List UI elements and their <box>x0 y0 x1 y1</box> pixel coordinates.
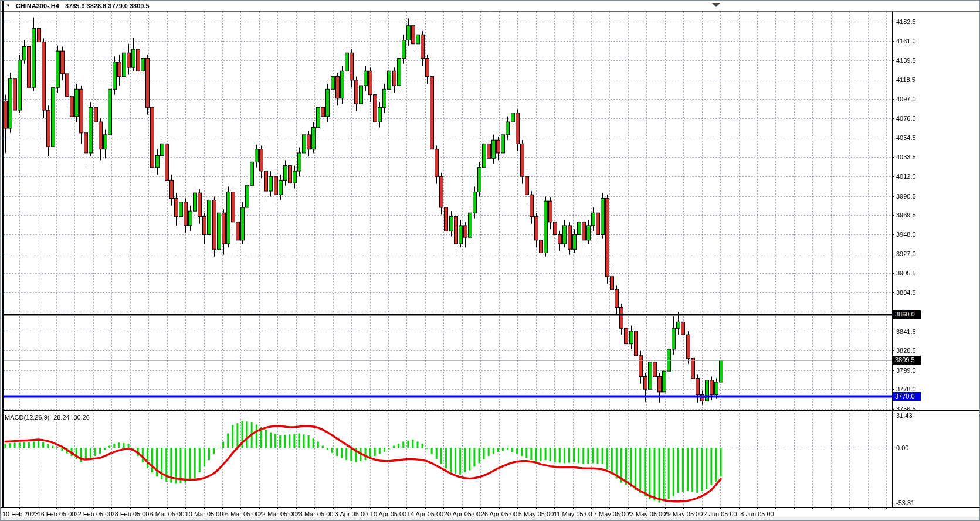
macd-axis-label: -53.31 <box>896 499 914 507</box>
price-axis-label: 3884.5 <box>896 288 916 297</box>
macd-indicator-label: MACD(12,26,9) -28.24 -30.26 <box>5 414 90 421</box>
price-axis-label: 3820.5 <box>896 346 916 355</box>
price-axis-label: 4033.5 <box>896 153 916 161</box>
time-axis-label: 10 Apr 05:00 <box>370 510 406 518</box>
price-tag-support: 3770.0 <box>893 392 921 401</box>
macd-name: MACD(12,26,9) <box>5 414 49 421</box>
price-axis-label: 4097.0 <box>896 95 916 103</box>
time-axis-label: 16 Feb 05:00 <box>38 510 76 518</box>
ohlc-readout: 3785.9 3828.8 3779.0 3809.5 <box>65 2 150 9</box>
macd-axis-label: 31.43 <box>896 411 913 420</box>
price-axis-label: 3799.0 <box>896 366 916 374</box>
time-axis-label: 10 Mar 05:00 <box>185 510 223 518</box>
price-axis-label: 4161.0 <box>896 37 916 45</box>
time-axis-label: 16 Mar 05:00 <box>222 510 260 518</box>
price-tag-current: 3809.5 <box>893 356 921 365</box>
time-axis-label: 22 Feb 05:00 <box>74 510 113 518</box>
time-axis-label: 28 Feb 05:00 <box>111 510 150 518</box>
price-axis-label: 4139.5 <box>896 56 916 64</box>
time-axis-label: 3 Apr 05:00 <box>335 510 368 518</box>
time-axis-label: 23 May 05:00 <box>627 510 666 518</box>
time-axis-label: 5 May 05:00 <box>518 510 554 518</box>
price-axis-label: 4118.5 <box>896 76 915 84</box>
time-axis-label: 14 Apr 05:00 <box>407 510 443 518</box>
time-axis-label: 8 Jun 05:00 <box>740 510 774 518</box>
price-tag-resistance: 3860.0 <box>893 310 921 319</box>
time-axis-label: 17 May 05:00 <box>590 510 629 518</box>
price-axis-label: 3841.5 <box>896 328 916 336</box>
price-axis-label: 3969.5 <box>896 211 916 219</box>
symbol-timeframe-title: CHINA300-,H4 <box>16 2 59 9</box>
time-axis-label: 11 May 05:00 <box>554 510 592 518</box>
time-axis-label: 10 Feb 2023 <box>2 510 39 518</box>
price-axis-label: 3905.5 <box>896 269 916 277</box>
time-axis-label: 6 Mar 05:00 <box>150 510 185 518</box>
price-axis-label: 4054.5 <box>896 134 916 142</box>
price-axis-label: 3927.0 <box>896 250 916 258</box>
time-axis-label: 29 May 05:00 <box>664 510 703 518</box>
time-axis-label: 2 Jun 05:00 <box>703 510 737 518</box>
price-axis-label: 4012.0 <box>896 172 916 181</box>
macd-signal-value: -30.26 <box>72 414 90 421</box>
macd-axis-label: 0.00 <box>896 444 908 452</box>
macd-value: -28.24 <box>51 414 69 421</box>
chart-canvas[interactable] <box>1 1 980 521</box>
price-axis-label: 3990.5 <box>896 192 916 200</box>
chart-header: ▼ CHINA300-,H4 3785.9 3828.8 3779.0 3809… <box>1 1 979 11</box>
time-axis-label: 28 Mar 05:00 <box>296 510 334 518</box>
price-axis-label: 3948.0 <box>896 230 916 239</box>
time-axis-label: 22 Mar 05:00 <box>259 510 297 518</box>
price-axis-label: 4182.5 <box>896 18 916 26</box>
time-axis-label: 20 Apr 05:00 <box>444 510 480 518</box>
dropdown-arrow-icon[interactable]: ▼ <box>6 1 11 11</box>
price-axis-label: 4076.0 <box>896 114 916 122</box>
chart-window: ▼ CHINA300-,H4 3785.9 3828.8 3779.0 3809… <box>0 0 980 521</box>
time-axis-label: 26 Apr 05:00 <box>481 510 517 518</box>
